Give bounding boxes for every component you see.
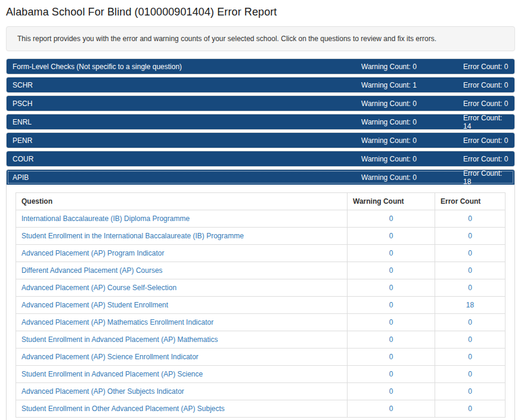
question-link[interactable]: Student Enrollment in Advanced Placement… [21, 370, 203, 378]
table-header-row: Question Warning Count Error Count [16, 193, 506, 210]
error-count-cell: 0 [435, 400, 506, 418]
table-row: Student Enrollment in Advanced Placement… [16, 331, 506, 349]
table-body: International Baccalaureate (IB) Diploma… [16, 210, 506, 418]
error-count-link[interactable]: 0 [468, 249, 472, 257]
warning-count-cell: 0 [348, 349, 435, 366]
error-count-cell: 0 [435, 228, 506, 245]
warning-count-cell: 0 [348, 262, 435, 279]
warning-count-link[interactable]: 0 [389, 387, 393, 396]
error-count-link[interactable]: 0 [468, 232, 472, 240]
error-count-cell: 0 [435, 279, 506, 297]
question-link[interactable]: Different Advanced Placement (AP) Course… [21, 266, 163, 275]
warning-count-link[interactable]: 0 [389, 232, 393, 240]
section-label: ENRL [13, 118, 361, 126]
report-description-text: This report provides you with the error … [17, 35, 436, 43]
question-table: Question Warning Count Error Count Inter… [15, 192, 506, 418]
question-cell: Advanced Placement (AP) Program Indicato… [16, 245, 348, 262]
section-header[interactable]: ENRL Warning Count: 0 Error Count: 14 [7, 114, 514, 129]
question-link[interactable]: Advanced Placement (AP) Program Indicato… [21, 249, 164, 257]
question-cell: Student Enrollment in the International … [16, 228, 348, 245]
table-row: International Baccalaureate (IB) Diploma… [16, 210, 506, 228]
warning-count-cell: 0 [348, 400, 435, 418]
question-link[interactable]: Student Enrollment in Advanced Placement… [21, 335, 218, 344]
section-panel: PENR Warning Count: 0 Error Count: 0 [6, 132, 515, 148]
warning-count-link[interactable]: 0 [389, 335, 393, 344]
error-report-page: Alabama School For Blind (010000901404) … [0, 0, 521, 420]
section-warning-count: Warning Count: 1 [361, 81, 463, 89]
error-count-cell: 0 [435, 314, 506, 331]
question-link[interactable]: Student Enrollment in Other Advanced Pla… [21, 405, 225, 413]
question-cell: Advanced Placement (AP) Science Enrollme… [16, 349, 348, 366]
error-count-cell: 0 [435, 210, 506, 228]
section-header[interactable]: PENR Warning Count: 0 Error Count: 0 [7, 133, 514, 148]
table-row: Advanced Placement (AP) Other Subjects I… [16, 383, 506, 400]
question-link[interactable]: Advanced Placement (AP) Mathematics Enro… [21, 318, 213, 326]
question-link[interactable]: Advanced Placement (AP) Other Subjects I… [21, 387, 184, 396]
warning-count-link[interactable]: 0 [389, 353, 393, 361]
question-link[interactable]: International Baccalaureate (IB) Diploma… [21, 214, 190, 223]
section-header[interactable]: SCHR Warning Count: 1 Error Count: 0 [7, 77, 514, 92]
question-link[interactable]: Advanced Placement (AP) Student Enrollme… [21, 301, 168, 309]
error-count-link[interactable]: 18 [466, 301, 474, 309]
error-count-link[interactable]: 0 [468, 405, 472, 413]
sections: Form-Level Checks (Not specific to a sin… [6, 58, 515, 420]
section-header[interactable]: COUR Warning Count: 0 Error Count: 0 [7, 151, 514, 166]
warning-count-cell: 0 [348, 210, 435, 228]
section-warning-count: Warning Count: 0 [361, 136, 463, 145]
warning-count-link[interactable]: 0 [389, 214, 393, 223]
error-count-cell: 0 [435, 383, 506, 400]
section-body: Question Warning Count Error Count Inter… [7, 185, 514, 420]
warning-count-link[interactable]: 0 [389, 266, 393, 275]
table-row: Advanced Placement (AP) Program Indicato… [16, 245, 506, 262]
error-count-cell: 0 [435, 349, 506, 366]
question-cell: Advanced Placement (AP) Course Self-Sele… [16, 279, 348, 297]
section-panel: Form-Level Checks (Not specific to a sin… [6, 58, 515, 74]
header-error-count: Error Count [435, 193, 506, 210]
section-panel: SCHR Warning Count: 1 Error Count: 0 [6, 77, 515, 93]
warning-count-link[interactable]: 0 [389, 318, 393, 326]
section-warning-count: Warning Count: 0 [361, 155, 463, 163]
warning-count-cell: 0 [348, 245, 435, 262]
section-error-count: Error Count: 0 [463, 136, 508, 145]
section-panel: PSCH Warning Count: 0 Error Count: 0 [6, 95, 515, 111]
warning-count-link[interactable]: 0 [389, 249, 393, 257]
table-row: Advanced Placement (AP) Mathematics Enro… [16, 314, 506, 331]
error-count-link[interactable]: 0 [468, 387, 472, 396]
error-count-link[interactable]: 0 [468, 370, 472, 378]
question-link[interactable]: Advanced Placement (AP) Course Self-Sele… [21, 284, 176, 292]
error-count-link[interactable]: 0 [468, 266, 472, 275]
warning-count-link[interactable]: 0 [389, 301, 393, 309]
question-cell: International Baccalaureate (IB) Diploma… [16, 210, 348, 228]
section-warning-count: Warning Count: 0 [361, 173, 463, 182]
warning-count-link[interactable]: 0 [389, 284, 393, 292]
error-count-link[interactable]: 0 [468, 318, 472, 326]
section-header[interactable]: Form-Level Checks (Not specific to a sin… [7, 59, 514, 74]
error-count-cell: 18 [435, 297, 506, 314]
error-count-link[interactable]: 0 [468, 353, 472, 361]
section-label: PSCH [13, 99, 361, 108]
question-cell: Student Enrollment in Advanced Placement… [16, 366, 348, 383]
warning-count-cell: 0 [348, 279, 435, 297]
question-link[interactable]: Student Enrollment in the International … [21, 232, 244, 240]
table-row: Student Enrollment in Other Advanced Pla… [16, 400, 506, 418]
warning-count-cell: 0 [348, 314, 435, 331]
question-cell: Different Advanced Placement (AP) Course… [16, 262, 348, 279]
warning-count-link[interactable]: 0 [389, 370, 393, 378]
question-link[interactable]: Advanced Placement (AP) Science Enrollme… [21, 353, 199, 361]
section-panel: ENRL Warning Count: 0 Error Count: 14 [6, 114, 515, 130]
report-description-box: This report provides you with the error … [6, 26, 515, 51]
section-header[interactable]: APIB Warning Count: 0 Error Count: 18 [7, 170, 514, 185]
section-error-count: Error Count: 18 [463, 169, 508, 186]
question-cell: Advanced Placement (AP) Student Enrollme… [16, 297, 348, 314]
error-count-link[interactable]: 0 [468, 214, 472, 223]
section-warning-count: Warning Count: 0 [361, 118, 463, 126]
error-count-link[interactable]: 0 [468, 335, 472, 344]
question-cell: Advanced Placement (AP) Other Subjects I… [16, 383, 348, 400]
error-count-link[interactable]: 0 [468, 284, 472, 292]
header-question: Question [16, 193, 348, 210]
section-panel: COUR Warning Count: 0 Error Count: 0 [6, 151, 515, 167]
section-label: APIB [13, 173, 361, 182]
warning-count-cell: 0 [348, 297, 435, 314]
section-header[interactable]: PSCH Warning Count: 0 Error Count: 0 [7, 96, 514, 111]
warning-count-link[interactable]: 0 [389, 405, 393, 413]
